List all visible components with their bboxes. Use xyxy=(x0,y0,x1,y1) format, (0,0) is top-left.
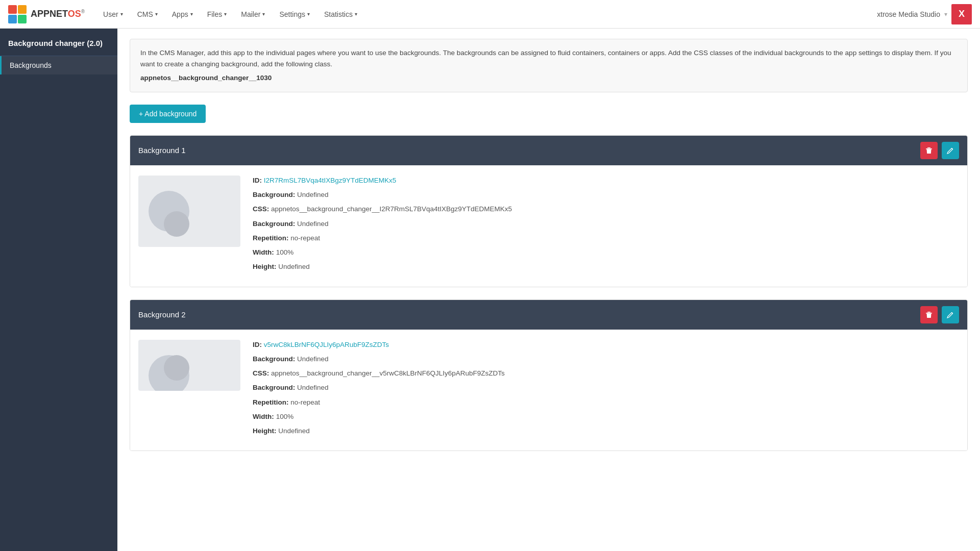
add-background-button[interactable]: + Add background xyxy=(130,105,206,123)
detail-background2-1: Background: Undefined xyxy=(253,219,959,229)
background-card-1: Background 1 xyxy=(130,135,968,287)
sidebar-item-backgrounds[interactable]: Backgrounds xyxy=(0,56,117,74)
height-value-1: Undefined xyxy=(278,263,310,270)
background-value-2: Undefined xyxy=(297,355,329,363)
repetition-value-2: no-repeat xyxy=(290,398,320,406)
delete-button-2[interactable] xyxy=(920,306,938,323)
background-details-2: ID: v5rwC8kLBrNF6QJLIy6pARubF9ZsZDTs Bac… xyxy=(253,340,959,441)
nav-statistics[interactable]: Statistics ▾ xyxy=(318,6,363,22)
user-caret: ▾ xyxy=(944,11,947,18)
caret-icon: ▾ xyxy=(355,11,357,17)
background-value-1: Undefined xyxy=(297,191,329,198)
edit-button-1[interactable] xyxy=(942,142,959,159)
brand-name: APPNETOS® xyxy=(31,9,85,19)
edit-button-2[interactable] xyxy=(942,306,959,323)
height-value-2: Undefined xyxy=(278,427,310,435)
nav-menu: User ▾ CMS ▾ Apps ▾ Files ▾ Mailer ▾ Set… xyxy=(97,6,877,22)
detail-background-2: Background: Undefined xyxy=(253,354,959,364)
navbar: APPNETOS® User ▾ CMS ▾ Apps ▾ Files ▾ Ma… xyxy=(0,0,980,29)
background-card-2: Background 2 xyxy=(130,299,968,452)
edit-icon xyxy=(947,147,954,154)
info-text: In the CMS Manager, add this app to the … xyxy=(140,49,951,68)
nav-apps[interactable]: Apps ▾ xyxy=(166,6,199,22)
nav-user[interactable]: User ▾ xyxy=(97,6,129,22)
caret-icon: ▾ xyxy=(224,11,227,17)
brand-logo-link[interactable]: APPNETOS® xyxy=(8,5,85,23)
detail-css-1: CSS: appnetos__background_changer__I2R7R… xyxy=(253,204,959,214)
background2-value-2: Undefined xyxy=(297,384,329,391)
navbar-right: xtrose Media Studio ▾ X xyxy=(877,4,972,24)
info-class-name: appnetos__background_changer__1030 xyxy=(140,72,957,84)
edit-icon xyxy=(947,311,954,318)
caret-icon: ▾ xyxy=(190,11,193,17)
sidebar-title: Background changer (2.0) xyxy=(0,29,117,56)
detail-height-1: Height: Undefined xyxy=(253,262,959,272)
info-box: In the CMS Manager, add this app to the … xyxy=(130,39,968,92)
caret-icon: ▾ xyxy=(155,11,158,17)
detail-repetition-1: Repetition: no-repeat xyxy=(253,233,959,243)
nav-cms[interactable]: CMS ▾ xyxy=(131,6,164,22)
appnetos-logo xyxy=(8,5,27,23)
svg-rect-6 xyxy=(926,313,932,314)
repetition-value-1: no-repeat xyxy=(290,234,320,242)
id-value-2[interactable]: v5rwC8kLBrNF6QJLIy6pARubF9ZsZDTs xyxy=(264,341,389,348)
background-card-actions-2 xyxy=(920,306,959,323)
nav-mailer[interactable]: Mailer ▾ xyxy=(235,6,271,22)
delete-button-1[interactable] xyxy=(920,142,938,159)
svg-rect-7 xyxy=(927,312,930,313)
caret-icon: ▾ xyxy=(120,11,123,17)
width-value-2: 100% xyxy=(276,413,294,420)
trash-icon xyxy=(925,147,933,154)
brand-registered: ® xyxy=(81,9,85,14)
svg-rect-1 xyxy=(18,5,27,14)
close-button[interactable]: X xyxy=(951,4,972,24)
detail-background-1: Background: Undefined xyxy=(253,190,959,200)
detail-width-1: Width: 100% xyxy=(253,247,959,258)
background-preview-1 xyxy=(138,176,240,247)
detail-repetition-2: Repetition: no-repeat xyxy=(253,397,959,408)
id-value-1[interactable]: I2R7RmSL7BVqa4tIXBgz9YTdEDMEMKx5 xyxy=(264,177,397,184)
app-layout: Background changer (2.0) Backgrounds In … xyxy=(0,29,980,551)
svg-rect-4 xyxy=(926,148,932,149)
width-value-1: 100% xyxy=(276,248,294,256)
background-card-header-2: Background 2 xyxy=(130,300,967,330)
detail-height-2: Height: Undefined xyxy=(253,426,959,436)
background-card-actions-1 xyxy=(920,142,959,159)
background-preview-2 xyxy=(138,340,240,391)
background-card-header-1: Background 1 xyxy=(130,136,967,165)
css-value-2: appnetos__background_changer__v5rwC8kLBr… xyxy=(271,369,505,377)
trash-icon xyxy=(925,311,933,318)
caret-icon: ▾ xyxy=(307,11,310,17)
detail-background2-2: Background: Undefined xyxy=(253,383,959,393)
detail-id-2: ID: v5rwC8kLBrNF6QJLIy6pARubF9ZsZDTs xyxy=(253,340,959,350)
background-card-body-1: ID: I2R7RmSL7BVqa4tIXBgz9YTdEDMEMKx5 Bac… xyxy=(130,165,967,287)
detail-id-1: ID: I2R7RmSL7BVqa4tIXBgz9YTdEDMEMKx5 xyxy=(253,176,959,186)
navbar-user-label[interactable]: xtrose Media Studio xyxy=(877,10,940,18)
background2-value-1: Undefined xyxy=(297,220,329,228)
svg-rect-2 xyxy=(8,15,17,23)
background-details-1: ID: I2R7RmSL7BVqa4tIXBgz9YTdEDMEMKx5 Bac… xyxy=(253,176,959,277)
background-card-title-2: Background 2 xyxy=(138,310,186,319)
css-value-1: appnetos__background_changer__I2R7RmSL7B… xyxy=(271,205,512,213)
svg-rect-3 xyxy=(18,15,27,23)
main-content: In the CMS Manager, add this app to the … xyxy=(117,29,980,551)
nav-settings[interactable]: Settings ▾ xyxy=(273,6,316,22)
svg-rect-5 xyxy=(927,147,930,148)
nav-files[interactable]: Files ▾ xyxy=(201,6,233,22)
background-card-body-2: ID: v5rwC8kLBrNF6QJLIy6pARubF9ZsZDTs Bac… xyxy=(130,330,967,451)
caret-icon: ▾ xyxy=(262,11,265,17)
svg-rect-0 xyxy=(8,5,17,14)
sidebar: Background changer (2.0) Backgrounds xyxy=(0,29,117,551)
background-card-title-1: Background 1 xyxy=(138,146,186,155)
detail-width-2: Width: 100% xyxy=(253,412,959,422)
detail-css-2: CSS: appnetos__background_changer__v5rwC… xyxy=(253,368,959,379)
